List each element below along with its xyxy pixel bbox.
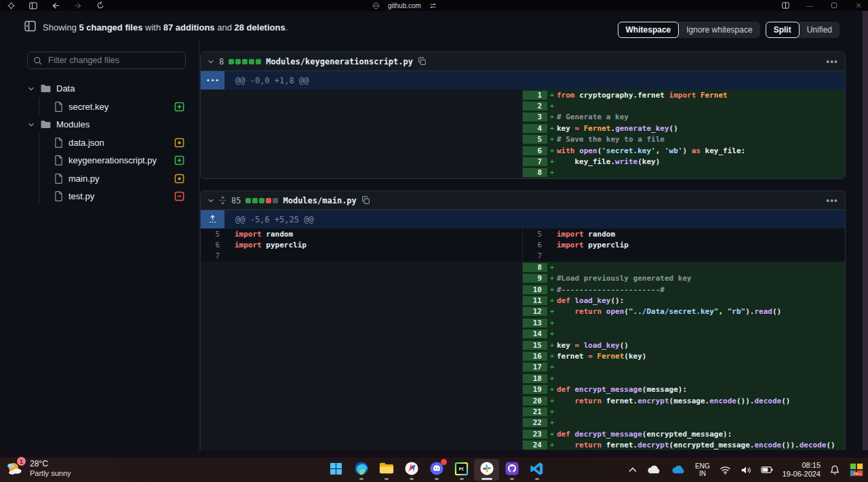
back-icon[interactable] <box>52 1 60 9</box>
diff-line-5[interactable]: 5import random <box>523 228 845 239</box>
github-desktop-icon <box>504 460 520 477</box>
pro-app-icon[interactable]: PRO <box>849 462 864 477</box>
tree-item-label: Modules <box>56 119 186 129</box>
vscode-app[interactable] <box>524 459 549 481</box>
diff-line-22[interactable]: 22+ <box>523 418 845 428</box>
diff-line-5[interactable]: 5+# Save the key to a file <box>523 134 845 145</box>
pycharm-app[interactable]: PC <box>449 459 474 481</box>
expand-up-button[interactable] <box>201 210 224 228</box>
chevron-down-icon[interactable] <box>27 121 35 128</box>
diff-line-20[interactable]: 20+ return fernet.encrypt(message.encode… <box>523 395 845 406</box>
file-options-kebab[interactable]: ••• <box>826 195 838 206</box>
scrollbar-track[interactable] <box>863 11 868 450</box>
diff-line-10[interactable]: 10+#----------------------# <box>523 284 845 295</box>
tree-item-keygenerationscript-py[interactable]: keygenerationscript.py <box>27 152 186 169</box>
minimize-button[interactable]: — <box>806 1 814 9</box>
diff-line-19[interactable]: 19+def encrypt_message(message): <box>523 384 845 395</box>
collapse-sidebar-icon[interactable] <box>24 20 36 34</box>
pycharm-icon: PC <box>454 460 470 477</box>
forward-icon[interactable] <box>74 1 82 9</box>
github-desktop-app[interactable] <box>499 459 524 481</box>
file-header[interactable]: 85 Modules/main.py ••• <box>201 191 845 210</box>
expand-hunk-button[interactable]: ••• <box>201 71 224 89</box>
diff-line-6[interactable]: 6import pyperclip <box>523 239 845 250</box>
chevron-down-icon[interactable] <box>208 58 214 65</box>
file-icon <box>54 138 63 148</box>
tree-item-label: Data <box>56 83 186 94</box>
arc-browser-app[interactable] <box>399 459 424 481</box>
tree-item-label: test.py <box>68 191 169 201</box>
url-text[interactable]: github.com <box>388 2 421 9</box>
diff-line-11[interactable]: 11+def load_key(): <box>523 295 845 306</box>
weather-condition: Partly sunny <box>30 468 71 478</box>
chevron-down-icon[interactable] <box>208 197 214 204</box>
expand-all-icon[interactable] <box>219 196 226 205</box>
file-header[interactable]: 8 Modules/keygenerationscript.py ••• <box>201 52 845 71</box>
tree-item-data-json[interactable]: data.json <box>27 134 186 151</box>
diff-line-16[interactable]: 16+fernet = Fernet(key) <box>523 350 845 361</box>
diff-line-3[interactable]: 3+# Generate a key <box>523 112 845 123</box>
start-button[interactable] <box>323 459 349 481</box>
diff-line-8[interactable]: 8+ <box>523 167 845 178</box>
maximize-button[interactable] <box>830 1 838 9</box>
battery-icon[interactable] <box>761 466 773 474</box>
filter-files-box[interactable] <box>27 52 186 69</box>
edge-app[interactable] <box>349 459 374 481</box>
wifi-icon[interactable] <box>719 466 731 475</box>
notifications-bell-icon[interactable] <box>830 465 840 475</box>
diff-line-14[interactable]: 14+ <box>523 329 845 340</box>
diff-line-17[interactable]: 17+ <box>523 362 845 373</box>
diff-line-6[interactable]: 6+with open('secret.key', 'wb') as key_f… <box>523 145 845 156</box>
split-view-icon[interactable] <box>781 1 789 9</box>
tree-item-main-py[interactable]: main.py <box>27 170 186 187</box>
discord-app[interactable] <box>424 459 449 481</box>
file-options-kebab[interactable]: ••• <box>826 56 838 67</box>
diff-line-21[interactable]: 21+ <box>523 406 845 417</box>
diff-line-13[interactable]: 13+ <box>523 317 845 328</box>
diff-line-7[interactable]: 7 <box>523 251 845 262</box>
diff-card-main-py: 85 Modules/main.py ••• @@ -5,6 +5,25 @@ … <box>200 190 846 450</box>
file-explorer-app[interactable] <box>374 459 399 481</box>
reload-icon[interactable] <box>96 1 104 9</box>
close-button[interactable]: ✕ <box>854 1 863 9</box>
diff-line-2[interactable]: 2+ <box>523 100 845 111</box>
onedrive-cloud-icon[interactable] <box>671 465 686 475</box>
diff-line-6[interactable]: 6import pyperclip <box>201 239 522 250</box>
tree-item-test-py[interactable]: test.py <box>27 188 186 205</box>
diff-line-1[interactable]: 1+from cryptography.fernet import Fernet <box>523 89 845 100</box>
tray-chevron-up-icon[interactable] <box>629 467 637 473</box>
copy-path-icon[interactable] <box>418 57 427 66</box>
split-button[interactable]: Split <box>766 22 800 38</box>
site-settings-icon[interactable] <box>429 1 437 9</box>
diff-line-4[interactable]: 4+key = Fernet.generate_key() <box>523 123 845 134</box>
unified-button[interactable]: Unified <box>800 22 840 38</box>
tree-item-secret-key[interactable]: secret.key <box>27 98 186 115</box>
diff-line-24[interactable]: 24+ return fernet.decrypt(encrypted_mess… <box>523 439 845 450</box>
filter-files-input[interactable] <box>47 55 180 66</box>
arc-browser-logo-icon[interactable] <box>7 1 15 9</box>
chevron-down-icon[interactable] <box>27 85 35 92</box>
diff-line-8[interactable]: 8+ <box>523 262 845 273</box>
onedrive-personal-icon[interactable] <box>646 465 661 475</box>
tree-guide-line <box>39 98 39 115</box>
whitespace-button[interactable]: Whitespace <box>618 22 679 38</box>
clock-widget[interactable]: 08:15 19-06-2024 <box>783 461 821 479</box>
tree-item-modules[interactable]: Modules <box>27 116 186 133</box>
slack-app[interactable] <box>474 459 499 481</box>
diff-line-7[interactable]: 7+ key_file.write(key) <box>523 156 845 167</box>
ignore-whitespace-button[interactable]: Ignore whitespace <box>679 22 760 38</box>
tree-item-data[interactable]: Data <box>27 80 186 97</box>
diff-line-23[interactable]: 23+def decrypt_message(encrypted_message… <box>523 428 845 439</box>
diff-line-7[interactable]: 7 <box>201 251 522 262</box>
diff-line-18[interactable]: 18+ <box>523 373 845 384</box>
diff-line-5[interactable]: 5import random <box>201 228 522 239</box>
diff-line-9[interactable]: 9+#Load previously generated key <box>523 273 845 284</box>
language-switcher[interactable]: ENG IN <box>695 462 710 477</box>
copy-path-icon[interactable] <box>361 196 370 205</box>
weather-widget[interactable]: 1 28°C Partly sunny <box>5 459 71 478</box>
volume-icon[interactable] <box>741 466 751 475</box>
change-count: 85 <box>231 196 241 205</box>
sidebar-toggle-icon[interactable] <box>29 1 37 9</box>
diff-line-12[interactable]: 12+ return open("../Data/secret.key", "r… <box>523 306 845 317</box>
diff-line-15[interactable]: 15+key = load_key() <box>523 340 845 350</box>
